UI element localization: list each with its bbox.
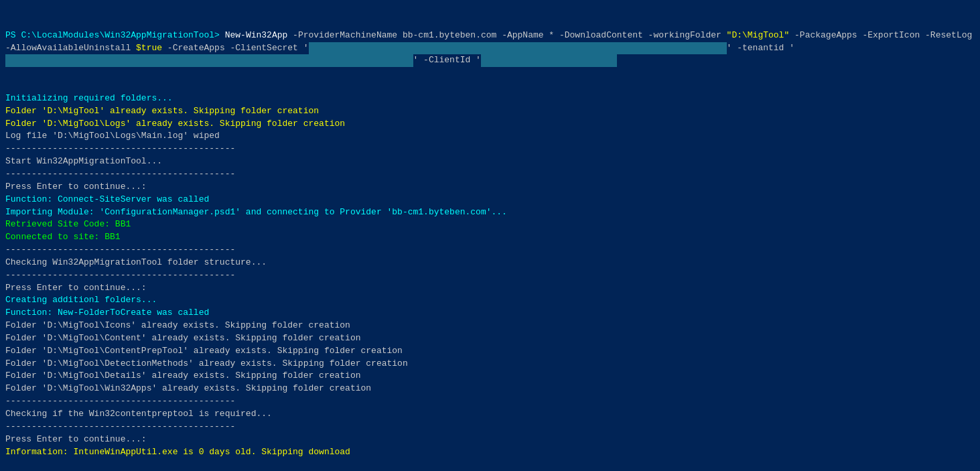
- terminal-output-line: Connected to site: BB1: [5, 231, 975, 244]
- terminal-output-line: Folder 'D:\MigTool\Win32Apps' already ex…: [5, 383, 975, 395]
- terminal-output-line: Importing Module: 'ConfigurationManager.…: [5, 206, 975, 219]
- terminal-output-line: Folder 'D:\MigTool' already exists. Skip…: [5, 105, 975, 118]
- terminal-output: Initializing required folders...Folder '…: [5, 80, 975, 458]
- command-params-1: -ProviderMachineName bb-cm1.byteben.com …: [287, 30, 726, 40]
- command-params-4: ' -tenantid ': [727, 43, 794, 53]
- terminal-output-line: Retrieved Site Code: BB1: [5, 218, 975, 231]
- terminal-output-line: ----------------------------------------…: [5, 143, 975, 155]
- secret-value: [309, 42, 727, 55]
- clientid-value: [481, 54, 617, 67]
- prompt: PS C:\LocalModules\Win32AppMigrationTool…: [5, 30, 220, 40]
- bool-value: $true: [136, 43, 162, 53]
- terminal-output-line: Folder 'D:\MigTool\Icons' already exists…: [5, 320, 975, 332]
- terminal-output-line: ----------------------------------------…: [5, 244, 975, 257]
- terminal-output-line: ----------------------------------------…: [5, 395, 975, 408]
- command-params-5: ' -ClientId ': [413, 55, 481, 65]
- terminal-output-line: Folder 'D:\MigTool\ContentPrepTool' alre…: [5, 345, 975, 358]
- command-name: New-Win32App: [225, 30, 288, 40]
- working-folder: "D:\MigTool": [727, 30, 790, 40]
- terminal-window: PS C:\LocalModules\Win32AppMigrationTool…: [5, 4, 975, 80]
- tenantid-value: [5, 54, 413, 67]
- terminal-output-line: Folder 'D:\MigTool\Details' already exis…: [5, 370, 975, 383]
- terminal-output-line: Log file 'D:\MigTool\Logs\Main.log' wipe…: [5, 130, 975, 143]
- terminal-output-line: Checking Win32AppMigrationTool folder st…: [5, 257, 975, 269]
- terminal-output-line: Checking if the Win32contentpreptool is …: [5, 408, 975, 421]
- terminal-output-line: Initializing required folders...: [5, 92, 975, 105]
- terminal-output-line: Press Enter to continue...:: [5, 433, 975, 446]
- terminal-output-line: Function: New-FolderToCreate was called: [5, 307, 975, 320]
- terminal-output-line: Start Win32AppMigrationTool...: [5, 155, 975, 168]
- terminal-output-line: Information: IntuneWinAppUtil.exe is 0 d…: [5, 446, 975, 459]
- terminal-output-line: Creating additionl folders...: [5, 294, 975, 307]
- terminal-output-line: Function: Connect-SiteServer was called: [5, 194, 975, 206]
- command-line: PS C:\LocalModules\Win32AppMigrationTool…: [5, 29, 975, 68]
- terminal-output-line: Folder 'D:\MigTool\Logs' already exists.…: [5, 118, 975, 131]
- terminal-output-line: ----------------------------------------…: [5, 168, 975, 181]
- terminal-output-line: Press Enter to continue...:: [5, 282, 975, 295]
- terminal-output-line: ----------------------------------------…: [5, 421, 975, 433]
- terminal-output-line: Folder 'D:\MigTool\DetectionMethods' alr…: [5, 358, 975, 371]
- terminal-output-line: Press Enter to continue...:: [5, 181, 975, 194]
- terminal-output-line: Folder 'D:\MigTool\Content' already exis…: [5, 332, 975, 345]
- command-params-3: -CreateApps -ClientSecret ': [162, 43, 308, 53]
- terminal-output-line: ----------------------------------------…: [5, 269, 975, 282]
